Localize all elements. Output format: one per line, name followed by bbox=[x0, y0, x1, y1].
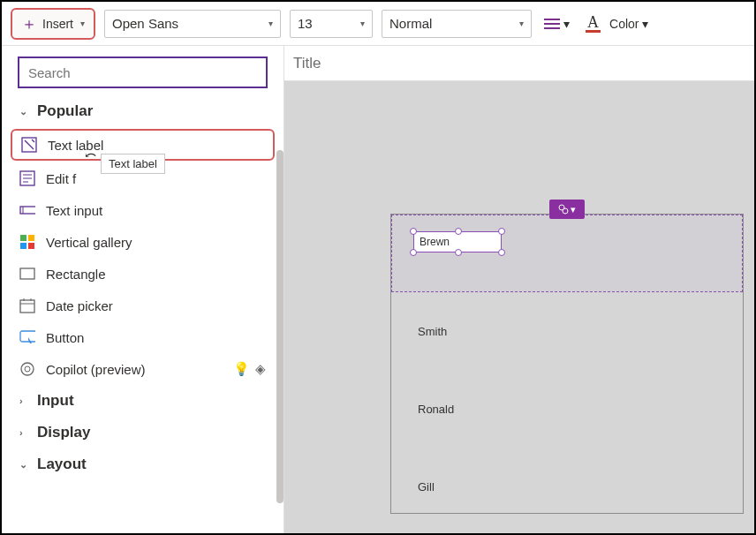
chevron-down-icon: ▾ bbox=[268, 19, 273, 28]
font-size-value: 13 bbox=[298, 16, 313, 31]
diamond-icon: ◈ bbox=[255, 361, 266, 377]
toolbar: ＋ Insert ▾ Open Sans ▾ 13 ▾ Normal ▾ ▾ A… bbox=[2, 2, 754, 46]
item-label: Date picker bbox=[46, 298, 113, 313]
label-value: Brewn bbox=[420, 236, 450, 248]
font-weight-value: Normal bbox=[389, 16, 432, 31]
item-date-picker[interactable]: Date picker bbox=[2, 290, 284, 321]
button-icon bbox=[19, 329, 35, 345]
row-label: Ronald bbox=[418, 403, 454, 416]
group-label: Layout bbox=[37, 456, 87, 473]
svg-rect-7 bbox=[20, 235, 26, 241]
group-input[interactable]: › Input bbox=[2, 385, 284, 417]
item-label: Button bbox=[46, 330, 84, 345]
svg-rect-9 bbox=[20, 243, 26, 249]
svg-point-18 bbox=[25, 366, 30, 372]
item-label: Copilot (preview) bbox=[46, 362, 146, 377]
chevron-right-icon: › bbox=[19, 427, 30, 438]
chevron-down-icon: ▾ bbox=[519, 19, 524, 28]
item-vertical-gallery[interactable]: Vertical gallery bbox=[2, 226, 284, 258]
selection-pill[interactable]: ▾ bbox=[549, 200, 585, 219]
item-text-input[interactable]: Text input bbox=[2, 194, 284, 226]
selected-text-label[interactable]: Brewn bbox=[413, 231, 502, 252]
font-size-dropdown[interactable]: 13 ▾ bbox=[290, 10, 373, 38]
svg-point-17 bbox=[21, 363, 34, 375]
item-badges: 💡 ◈ bbox=[233, 361, 266, 377]
gallery-icon bbox=[19, 234, 35, 250]
item-copilot[interactable]: Copilot (preview) 💡 ◈ bbox=[2, 353, 284, 385]
title-text: Title bbox=[293, 55, 321, 72]
vertical-gallery-control[interactable]: ▾ Brewn Smith Ronald Gill bbox=[390, 214, 744, 514]
svg-rect-8 bbox=[28, 235, 34, 241]
svg-point-20 bbox=[563, 208, 568, 214]
font-dropdown[interactable]: Open Sans ▾ bbox=[104, 10, 281, 38]
color-label: Color bbox=[609, 17, 639, 31]
chevron-down-icon: ⌄ bbox=[19, 459, 30, 471]
chevron-down-icon: ▾ bbox=[563, 17, 570, 31]
group-label: Display bbox=[37, 424, 90, 441]
group-layout[interactable]: ⌄ Layout bbox=[2, 448, 284, 480]
chevron-down-icon: ▾ bbox=[360, 19, 365, 28]
item-label: Text input bbox=[46, 203, 102, 218]
chevron-right-icon: › bbox=[19, 396, 30, 406]
screen-title[interactable]: Title bbox=[284, 46, 754, 81]
search-input[interactable] bbox=[18, 57, 268, 88]
calendar-icon bbox=[19, 298, 35, 313]
group-label: Popular bbox=[37, 102, 93, 120]
form-icon bbox=[19, 170, 35, 186]
group-display[interactable]: › Display bbox=[2, 417, 284, 448]
text-input-icon bbox=[19, 202, 35, 218]
panel-scrollbar[interactable] bbox=[276, 150, 284, 503]
gallery-row[interactable]: Ronald bbox=[391, 370, 743, 448]
group-label: Input bbox=[37, 392, 74, 410]
color-dropdown[interactable]: A Color ▾ bbox=[582, 11, 652, 36]
gallery-row[interactable]: ▾ Brewn bbox=[391, 215, 743, 292]
bulb-icon: 💡 bbox=[233, 361, 250, 377]
chevron-down-icon: ▾ bbox=[571, 204, 576, 215]
align-dropdown[interactable]: ▾ bbox=[541, 13, 573, 34]
chevron-down-icon: ▾ bbox=[80, 19, 85, 28]
svg-rect-10 bbox=[28, 243, 34, 249]
group-popular[interactable]: ⌄ Popular bbox=[2, 95, 284, 127]
text-color-icon: A bbox=[586, 14, 601, 33]
body-area: ⌄ Popular Text label ⤺ Text label Edit f bbox=[2, 46, 754, 533]
align-icon bbox=[544, 19, 560, 29]
svg-rect-11 bbox=[20, 268, 34, 279]
item-button[interactable]: Button bbox=[2, 321, 284, 353]
gallery-row[interactable]: Smith bbox=[391, 292, 743, 370]
item-label: Vertical gallery bbox=[46, 235, 132, 250]
link-icon bbox=[558, 204, 569, 215]
insert-panel: ⌄ Popular Text label ⤺ Text label Edit f bbox=[2, 46, 284, 533]
row-label: Gill bbox=[418, 480, 435, 494]
item-rectangle[interactable]: Rectangle bbox=[2, 258, 284, 290]
item-text-label[interactable]: Text label ⤺ Text label bbox=[11, 129, 275, 161]
copilot-icon bbox=[19, 361, 35, 377]
insert-label: Insert bbox=[42, 17, 73, 31]
chevron-down-icon: ▾ bbox=[642, 17, 648, 31]
panel-list: ⌄ Popular Text label ⤺ Text label Edit f bbox=[2, 95, 284, 533]
item-label: Edit f bbox=[46, 171, 76, 186]
rectangle-icon bbox=[19, 266, 35, 282]
font-weight-dropdown[interactable]: Normal ▾ bbox=[382, 10, 532, 38]
insert-button[interactable]: ＋ Insert ▾ bbox=[11, 8, 95, 40]
canvas[interactable]: Title ▾ Brewn Smith bbox=[284, 46, 754, 533]
gallery-row[interactable]: Gill bbox=[391, 448, 743, 525]
row-label: Smith bbox=[418, 325, 447, 338]
item-label: Rectangle bbox=[46, 267, 106, 282]
item-label: Text label bbox=[48, 138, 103, 153]
svg-rect-12 bbox=[20, 300, 34, 313]
tooltip: Text label bbox=[101, 154, 165, 174]
svg-rect-16 bbox=[20, 331, 35, 342]
plus-icon: ＋ bbox=[21, 13, 37, 34]
chevron-down-icon: ⌄ bbox=[19, 106, 30, 117]
font-value: Open Sans bbox=[112, 16, 178, 31]
text-label-icon bbox=[21, 137, 37, 153]
